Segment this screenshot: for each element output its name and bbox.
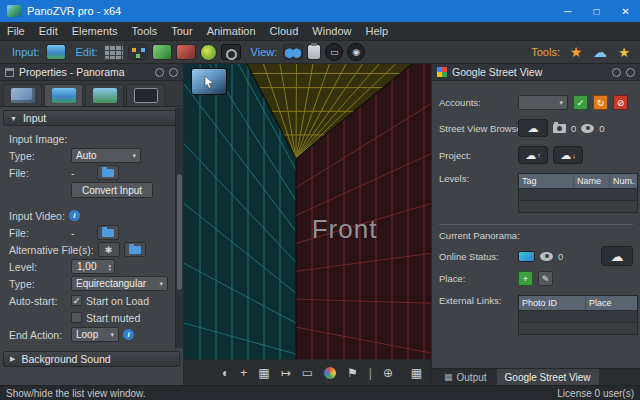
tab-tour[interactable] (3, 84, 42, 106)
refresh-account-button[interactable]: ↻ (593, 95, 608, 110)
table-row[interactable] (519, 322, 637, 334)
visibility-toggle-icon[interactable]: ◉ (347, 43, 365, 61)
menu-file[interactable]: File (0, 22, 32, 40)
browse-image-file-button[interactable] (97, 165, 119, 180)
menu-edit[interactable]: Edit (32, 22, 65, 40)
minimize-button[interactable]: ─ (553, 0, 582, 22)
table-row[interactable] (519, 188, 637, 200)
video-type-value: Equirectangular (76, 278, 146, 289)
video-type-select[interactable]: Equirectangular ▾ (71, 276, 168, 291)
edit-place-button[interactable]: ✎ (538, 271, 553, 286)
browse-video-file-button[interactable] (97, 225, 119, 240)
panel-close-icon[interactable] (169, 68, 178, 77)
upload-panorama-button[interactable]: ☁ (601, 246, 633, 266)
cloud-icon: ☁ (560, 150, 571, 161)
projection-icon[interactable]: ◐ (222, 367, 229, 379)
main-area: Properties - Panorama ▼ Input Input Imag… (0, 64, 640, 385)
menu-tools[interactable]: Tools (125, 22, 165, 40)
external-links-table: Photo ID Place (518, 295, 638, 335)
scrollbar-thumb[interactable] (177, 174, 182, 290)
menu-animation[interactable]: Animation (200, 22, 263, 40)
convert-input-button[interactable]: Convert Input (71, 182, 153, 198)
end-action-value: Loop (76, 329, 98, 340)
menu-cloud[interactable]: Cloud (263, 22, 306, 40)
add-place-button[interactable]: + (518, 271, 533, 286)
binoculars-icon[interactable] (283, 44, 303, 60)
project-download-button[interactable]: ☁ ↓ (553, 146, 583, 164)
panorama-viewport[interactable]: Front (184, 64, 431, 359)
properties-tabbar (0, 81, 183, 107)
output-tab-icon: ▦ (444, 372, 453, 382)
palette-icon[interactable] (324, 367, 336, 379)
preview-toggle-icon[interactable]: ▭ (325, 43, 343, 61)
tile-viewer-icon[interactable] (104, 44, 124, 60)
panel-undock-icon[interactable] (612, 68, 621, 77)
cloud-upload-icon[interactable]: ☁ (590, 44, 610, 60)
maximize-button[interactable]: □ (582, 0, 611, 22)
menu-elements[interactable]: Elements (65, 22, 125, 40)
panorama-tab-icon (52, 88, 76, 103)
video-editor-icon[interactable] (221, 44, 241, 60)
levels-table: Tag Name Num. (518, 173, 638, 213)
zoom-in-icon[interactable]: + (240, 367, 247, 379)
levels-table-header: Tag Name Num. (519, 174, 637, 188)
alt-files-browse-button[interactable] (124, 242, 146, 257)
alt-files-settings-button[interactable]: ✱ (98, 242, 120, 257)
input-type-select[interactable]: Auto ▾ (71, 148, 141, 163)
tab-image[interactable] (85, 84, 124, 106)
close-button[interactable]: ✕ (611, 0, 640, 22)
properties-scrollbar[interactable] (175, 108, 183, 348)
favorites-icon[interactable]: ★ (614, 44, 634, 60)
input-section-header[interactable]: ▼ Input (3, 110, 180, 126)
info-icon[interactable]: i (123, 329, 134, 340)
spinner-arrows-icon[interactable]: ▴▾ (108, 263, 111, 271)
preview-thumbnail[interactable] (192, 69, 226, 94)
video-file-value: - (71, 227, 75, 239)
online-eye-count: 0 (558, 251, 563, 262)
tab-output[interactable]: ▦ Output (436, 369, 495, 385)
open-street-view-browser-button[interactable]: ☁ (518, 119, 548, 137)
edit-group-label: Edit: (76, 46, 98, 58)
table-row[interactable] (519, 200, 637, 212)
status-message: Show/hide the list view window. (6, 388, 146, 399)
level-spinner[interactable]: 1,00 ▴▾ (71, 259, 115, 274)
tour-map-icon[interactable] (128, 44, 148, 60)
info-icon[interactable]: i (69, 210, 80, 221)
hotspot-flag-icon[interactable]: ⚑ (347, 367, 358, 379)
menu-help[interactable]: Help (358, 22, 395, 40)
remove-account-button[interactable]: ⊘ (613, 95, 628, 110)
panel-close-icon[interactable] (626, 68, 635, 77)
table-row[interactable] (519, 310, 637, 322)
add-account-button[interactable]: ✓ (573, 95, 588, 110)
start-on-load-checkbox[interactable]: ✓ (71, 295, 82, 306)
patch-view-icon[interactable]: ▭ (302, 367, 313, 379)
magic-wand-icon[interactable]: ★ (566, 44, 586, 60)
panel-undock-icon[interactable] (155, 68, 164, 77)
properties-panel: Properties - Panorama ▼ Input Input Imag… (0, 64, 184, 385)
folder-icon (129, 246, 141, 254)
folder-icon (102, 229, 114, 237)
menu-window[interactable]: Window (305, 22, 358, 40)
center-view-icon[interactable]: ⊕ (383, 367, 393, 379)
cloud-icon: ☁ (528, 123, 539, 134)
tab-display[interactable] (126, 84, 165, 106)
tile-view-icon[interactable]: ▦ (258, 367, 269, 379)
app-window: PanoZVR pro - x64 ─ □ ✕ File Edit Elemen… (0, 0, 640, 400)
tab-panorama[interactable] (44, 84, 83, 106)
end-action-select[interactable]: Loop ▾ (71, 327, 119, 342)
cube-editor-icon[interactable] (152, 44, 172, 60)
project-upload-button[interactable]: ☁ ↑ (518, 146, 548, 164)
patch-editor-icon[interactable] (176, 44, 196, 60)
menubar: File Edit Elements Tools Tour Animation … (0, 22, 640, 41)
tab-google-street-view[interactable]: Google Street View (497, 369, 599, 385)
panorama-input-icon[interactable] (46, 44, 66, 60)
start-muted-checkbox[interactable] (71, 312, 82, 323)
background-sound-section-header[interactable]: ▶ Background Sound (3, 351, 180, 367)
accounts-select[interactable]: ▾ (518, 95, 568, 110)
clipboard-icon[interactable] (307, 44, 321, 60)
menu-tour[interactable]: Tour (164, 22, 199, 40)
node-jump-icon[interactable]: ↦ (281, 367, 291, 379)
properties-panel-title: Properties - Panorama (19, 66, 150, 78)
grid-toggle-icon[interactable]: ▦ (411, 367, 422, 379)
media-editor-icon[interactable] (200, 44, 217, 61)
